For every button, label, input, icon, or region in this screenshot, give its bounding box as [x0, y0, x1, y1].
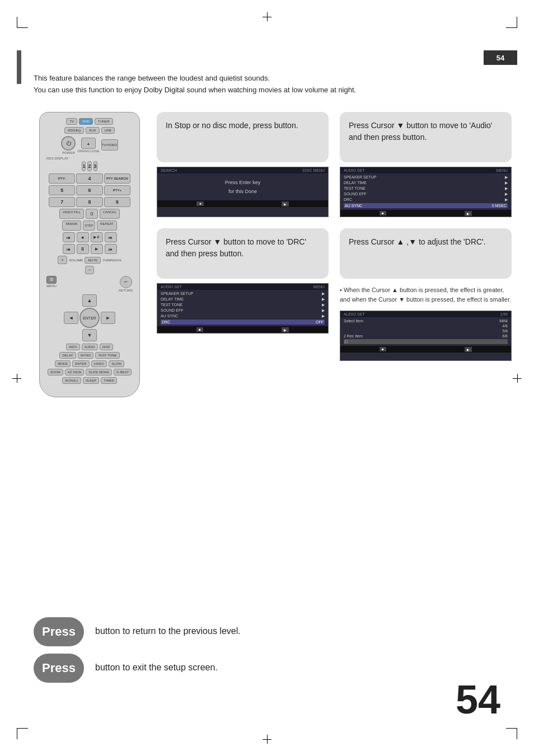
intro-line2: You can use this function to enjoy Dolby… [34, 84, 356, 96]
transport-row-2: ⏮ ■ ▶⏸ ⏭ [44, 232, 135, 242]
test-tone-btn[interactable]: TEST TONE [95, 352, 119, 359]
sleep-btn[interactable]: SLEEP [83, 377, 99, 384]
num6-btn[interactable]: 6 [76, 185, 102, 195]
up-btn[interactable]: ▲ [82, 294, 97, 307]
intro-btn[interactable]: INTRO [78, 352, 94, 359]
aux-btn[interactable]: AUX [86, 127, 99, 134]
prev-btn[interactable]: ⏮ [63, 244, 75, 254]
remark-btn[interactable]: RMARK [62, 220, 81, 231]
step-2-row-2: DELAY TIME▶ [344, 181, 508, 185]
open-close-btn[interactable]: ▲ [81, 138, 96, 149]
play-btn[interactable]: ▶ [91, 244, 103, 254]
page-badge: 54 [484, 50, 517, 65]
power-row: ⏻ POWER ▲ OPEN/CLOSE TV/VIDEO [44, 136, 135, 154]
num3-btn[interactable]: 3 [93, 161, 97, 171]
display-btn[interactable]: DISP [100, 344, 113, 350]
step-4-screen: AUDIO SET 1/99 Select ItemMINI 4/8 5/8 [340, 311, 512, 361]
step-2-text: Press Cursor ▼ button to move to 'Audio'… [349, 121, 493, 142]
rew-btn[interactable]: ⏮ [63, 232, 75, 242]
step-4-screen-body: Select ItemMINI 4/8 5/8 2 Rec Item6/8 □ [340, 317, 511, 346]
step-1-text: In Stop or no disc mode, press button. [166, 121, 298, 130]
pty-minus-btn[interactable]: PTY- [49, 173, 75, 184]
enter2-btn[interactable]: ENTER [72, 360, 89, 367]
step-2-footer-btn2: ▶ [465, 211, 472, 216]
num7-btn[interactable]: 7 [49, 197, 75, 207]
play-pause-btn[interactable]: ▶⏸ [91, 232, 103, 242]
dvd-btn[interactable]: DVD [79, 118, 93, 125]
num1-btn[interactable]: 1 [82, 161, 86, 171]
video-fill-btn[interactable]: VIDEO FILL [59, 209, 84, 219]
step-2-header-left: AUDIO SET [344, 168, 365, 172]
step-3-row-2: DELAY TIME▶ [161, 297, 325, 302]
next-btn[interactable]: ⏭ [105, 244, 117, 254]
pty-plus-btn[interactable]: PTY+ [104, 185, 130, 195]
num4-btn[interactable]: 4 [76, 173, 102, 184]
press-text-2: button to exit the setup screen. [95, 661, 218, 674]
mode-btn[interactable]: MODE [55, 360, 71, 367]
down-btn[interactable]: ▼ [82, 329, 97, 341]
slide-mode-btn[interactable]: SLIDE MODE [86, 369, 112, 375]
step-1-screen-header: SEARCH DISC MENU [157, 167, 328, 173]
delay-btn[interactable]: DELAY [59, 352, 76, 359]
press-btn-2-label: Press [42, 661, 76, 675]
remote-column: TV DVD TUNER RDS/EQ AUX USB ⏻ POWER ▲ OP… [34, 112, 146, 397]
main-content: TV DVD TUNER RDS/EQ AUX USB ⏻ POWER ▲ OP… [34, 112, 512, 616]
rds-eq-btn[interactable]: RDS/EQ [64, 127, 84, 134]
vol-minus-btn[interactable]: − [85, 266, 95, 274]
right-btn[interactable]: ► [101, 312, 115, 324]
stop-btn[interactable]: ■ [77, 232, 89, 242]
step-3-screen: AUDIO SET MENU SPEAKER SETUP▶ DELAY TIME… [157, 283, 329, 334]
step-3-footer-btn2: ▶ [282, 327, 289, 332]
remote-control: TV DVD TUNER RDS/EQ AUX USB ⏻ POWER ▲ OP… [39, 112, 140, 397]
num0-btn[interactable]: 0 [86, 209, 98, 219]
az-view-btn[interactable]: AZ VIEW [65, 369, 85, 375]
enter-btn[interactable]: ENTER [79, 308, 100, 328]
step-2-row-6-highlight: AU SYNC0 MSEC [344, 203, 508, 208]
intro-text: This feature balances the range between … [34, 73, 356, 96]
step-3-row-4: SOUND EFF▶ [161, 308, 325, 313]
small-btns-3: MODE ENTER VIDEO SLOW [44, 360, 135, 367]
zoom-btn[interactable]: ZOOM [48, 369, 63, 375]
step-1-header-left: SEARCH [161, 168, 177, 172]
tuner-btn[interactable]: TUNER [95, 118, 113, 125]
tv-video-btn[interactable]: TV/VIDEO [101, 139, 118, 151]
left-btn[interactable]: ◄ [64, 312, 78, 324]
step-2-footer-btn: ■ [380, 211, 386, 215]
return-btn[interactable]: ↩ [120, 276, 132, 288]
step-btn[interactable]: STEP [83, 220, 95, 231]
step-2-screen-header: AUDIO SET MENU [340, 167, 511, 173]
press-btn-2[interactable]: Press [34, 654, 84, 683]
vol-plus-btn[interactable]: + [58, 256, 67, 264]
num5-btn[interactable]: 5 [49, 185, 75, 195]
corner-mark-tr [506, 17, 517, 28]
power-btn[interactable]: ⏻ [61, 136, 76, 151]
press-btn-1-label: Press [42, 624, 76, 639]
scroll-btn[interactable]: SCROLL [62, 377, 81, 384]
num2-btn[interactable]: 2 [87, 161, 91, 171]
info-btn[interactable]: INFO [66, 344, 79, 350]
step-3-header-left: AUDIO SET [161, 285, 182, 289]
menu-btn[interactable]: ☰ [46, 276, 57, 284]
cancel-btn[interactable]: CANCEL [100, 209, 120, 219]
rds-display-label: RDS DISPLAY [44, 157, 68, 160]
mute-btn[interactable]: MUTE [85, 257, 101, 264]
tv-btn[interactable]: TV [66, 118, 77, 125]
repeat-btn[interactable]: REPEAT [97, 220, 117, 231]
step-4-row-5-highlight: □ [344, 339, 508, 344]
press-row-2: Press button to exit the setup screen. [34, 652, 500, 683]
press-row-1: Press button to return to the previous l… [34, 616, 500, 647]
video-btn[interactable]: VIDEO [91, 360, 107, 367]
audio-btn[interactable]: AUDIO [82, 344, 98, 350]
slow-btn[interactable]: SLOW [109, 360, 124, 367]
d-best-btn[interactable]: D-BEST [114, 369, 132, 375]
step-2-footer: ■ ▶ [340, 210, 511, 217]
num8-btn[interactable]: 8 [76, 197, 102, 207]
press-btn-1[interactable]: Press [34, 617, 84, 646]
pty-search-btn[interactable]: PTY SEARCH [104, 173, 130, 184]
usb-btn[interactable]: USB [101, 127, 115, 134]
fwd-btn[interactable]: ⏭ [105, 232, 117, 242]
timer-btn[interactable]: TIMER [101, 377, 117, 384]
step-4-row-1: Select ItemMINI [344, 319, 508, 323]
num9-btn[interactable]: 9 [104, 197, 130, 207]
pause-btn[interactable]: ⏸ [77, 244, 89, 254]
